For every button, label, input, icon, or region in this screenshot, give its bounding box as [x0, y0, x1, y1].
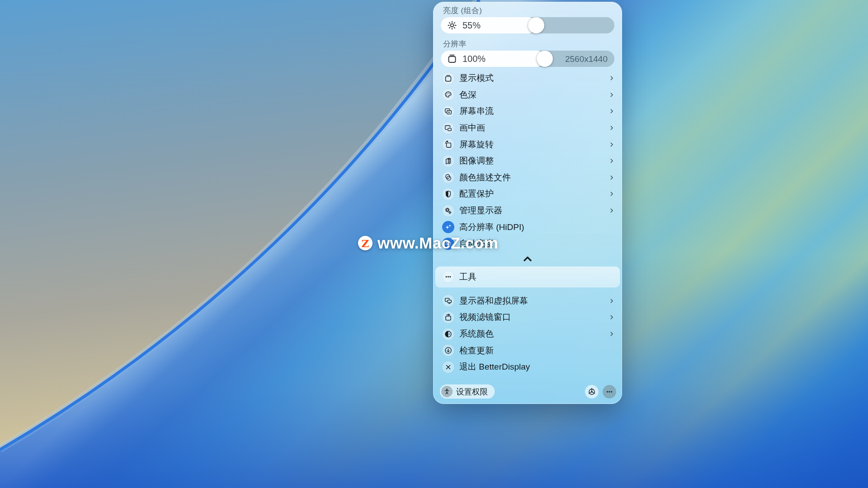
chevron-right-icon	[609, 157, 615, 164]
resolution-native: 2560x1440	[565, 51, 608, 67]
pip-icon	[442, 122, 454, 134]
menu-item-system-colors[interactable]: 系统颜色	[433, 326, 622, 343]
chevron-right-icon	[609, 314, 615, 321]
chevron-right-icon	[609, 141, 615, 148]
menu-item-label: 色深	[459, 89, 476, 101]
brightness-label: 亮度 (组合)	[443, 6, 622, 15]
menu-item-quit[interactable]: 退出 BetterDisplay	[433, 359, 622, 375]
menu-item-color-profile[interactable]: 颜色描述文件	[433, 169, 622, 186]
menu-item-label: 屏幕串流	[459, 105, 494, 117]
tools-label: 工具	[459, 271, 476, 283]
menu-item-config-protect[interactable]: 配置保护	[433, 186, 622, 202]
ellipsis-icon	[605, 387, 614, 396]
resolution-label: 分辨率	[443, 40, 622, 49]
settings-gear-button[interactable]	[585, 385, 599, 399]
filter-window-icon	[442, 311, 454, 324]
brightness-value: 55%	[462, 17, 481, 33]
menu-item-displays-virtual[interactable]: 显示器和虚拟屏幕	[433, 293, 622, 310]
menu-item-image-adjust[interactable]: 图像调整	[433, 153, 622, 169]
menu-item-label: 颜色描述文件	[459, 172, 511, 183]
chevron-right-icon	[609, 75, 615, 82]
resolution-value: 100%	[462, 51, 486, 67]
layers-icon	[442, 155, 454, 167]
chevron-right-icon	[609, 297, 615, 305]
screen-stream-icon	[442, 105, 454, 117]
palette-icon	[442, 89, 454, 101]
menu-item-label: 退出 BetterDisplay	[459, 361, 530, 373]
menu-item-label: 检查更新	[459, 345, 494, 357]
set-permissions-label: 设置权限	[456, 386, 488, 397]
brightness-slider[interactable]: 55%	[441, 17, 614, 33]
menu-item-label: 自动亮度	[459, 238, 494, 249]
brightness-slider-knob[interactable]	[528, 17, 544, 33]
chevron-right-icon	[609, 190, 615, 197]
menu-item-screen-stream[interactable]: 屏幕串流	[433, 103, 622, 120]
menu-item-display-mode[interactable]: 显示模式	[433, 70, 622, 87]
chevron-right-icon	[609, 207, 615, 214]
menu-item-manage-displays[interactable]: 管理显示器	[433, 202, 622, 219]
menu-item-auto-brightness[interactable]: 自动亮度	[433, 235, 622, 252]
quit-icon	[442, 361, 454, 373]
contrast-icon	[442, 328, 454, 340]
menu-item-color-depth[interactable]: 色深	[433, 87, 622, 103]
sparkles-icon	[442, 221, 454, 233]
menu-item-video-filter[interactable]: 视频滤镜窗口	[433, 309, 622, 326]
brightness-sun-icon	[447, 20, 458, 31]
menu-item-tools[interactable]: 工具	[435, 267, 620, 287]
menu-item-label: 高分辨率 (HiDPI)	[459, 221, 524, 233]
gear-wheel-icon	[587, 387, 596, 396]
menu-item-label: 系统颜色	[459, 328, 494, 340]
menu-item-check-updates[interactable]: 检查更新	[433, 342, 622, 359]
menu-item-label: 图像调整	[459, 155, 494, 167]
menu-item-label: 显示器和虚拟屏幕	[459, 295, 528, 307]
menu-item-hidpi[interactable]: 高分辨率 (HiDPI)	[433, 219, 622, 235]
auto-brightness-icon	[442, 238, 454, 250]
menu-item-label: 配置保护	[459, 188, 494, 200]
collapse-toggle[interactable]	[433, 253, 622, 265]
menu-item-label: 画中画	[459, 122, 485, 134]
menu-item-label: 管理显示器	[459, 205, 502, 216]
gears-icon	[442, 205, 454, 217]
menu-item-pip[interactable]: 画中画	[433, 120, 622, 136]
shield-icon	[442, 188, 454, 200]
panel-footer: 设置权限	[440, 385, 616, 399]
primary-menu-list: 显示模式 色深 屏幕串流 画中画 屏幕旋转 图像调	[433, 70, 622, 252]
resolution-slider-knob[interactable]	[537, 51, 553, 67]
chevron-right-icon	[609, 124, 615, 131]
accessibility-icon	[441, 386, 453, 397]
set-permissions-button[interactable]: 设置权限	[440, 385, 495, 399]
more-options-button[interactable]	[603, 385, 616, 399]
menu-item-label: 显示模式	[459, 72, 494, 84]
secondary-menu-list: 显示器和虚拟屏幕 视频滤镜窗口 系统颜色 检查更新 退出 BetterDispl…	[433, 293, 622, 375]
chevron-right-icon	[609, 108, 615, 115]
display-mode-icon	[442, 72, 454, 84]
ellipsis-icon	[442, 271, 454, 283]
chevron-up-icon	[521, 253, 534, 264]
rotate-icon	[442, 138, 454, 150]
menu-item-label: 屏幕旋转	[459, 139, 494, 150]
displays-icon	[442, 295, 454, 307]
menu-item-screen-rotate[interactable]: 屏幕旋转	[433, 136, 622, 153]
update-icon	[442, 344, 454, 357]
color-profile-icon	[442, 171, 454, 183]
chevron-right-icon	[609, 174, 615, 181]
betterdisplay-menu-panel: 亮度 (组合) 55% 分辨率 100% 2560x1440 显示模式 色深 屏…	[433, 2, 622, 404]
menu-item-label: 视频滤镜窗口	[459, 311, 511, 323]
chevron-right-icon	[609, 91, 615, 99]
chevron-right-icon	[609, 330, 615, 338]
resolution-slider[interactable]: 100% 2560x1440	[441, 51, 614, 67]
resolution-display-icon	[447, 53, 458, 64]
